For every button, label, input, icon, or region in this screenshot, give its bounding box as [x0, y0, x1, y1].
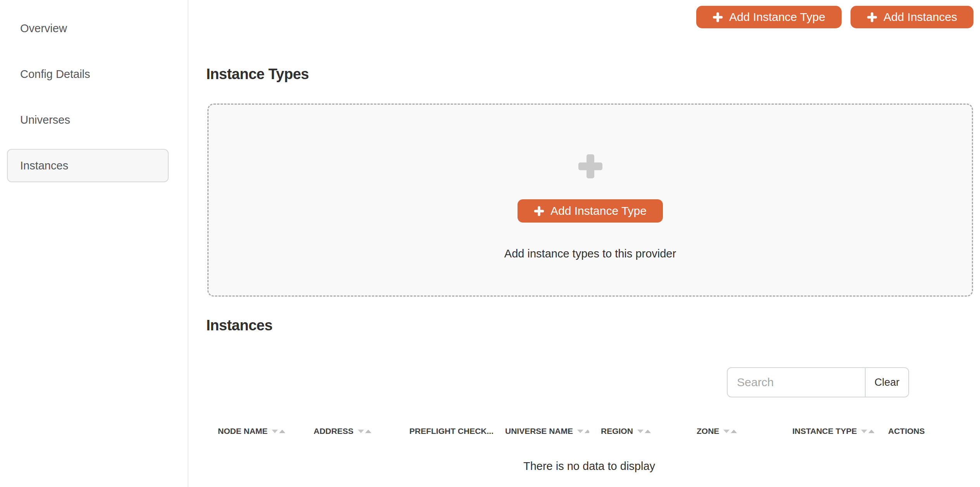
add-instance-type-button[interactable]: Add Instance Type: [696, 6, 842, 28]
column-label: ADDRESS: [314, 427, 354, 436]
sort-asc-icon: [731, 430, 737, 433]
table-empty-message: There is no data to display: [206, 460, 972, 473]
big-plus-icon: [578, 154, 602, 180]
search-group: Clear: [727, 367, 909, 397]
table-column-header-region[interactable]: REGION: [589, 419, 685, 444]
search-input[interactable]: [728, 368, 865, 397]
column-label: REGION: [601, 427, 633, 436]
table-column-header-universe-name[interactable]: UNIVERSE NAME: [493, 419, 589, 444]
sort-carets-icon: [723, 430, 737, 433]
sort-carets-icon: [637, 430, 651, 433]
column-label: INSTANCE TYPE: [792, 427, 857, 436]
plus-icon: [713, 12, 723, 22]
sidebar-item-instances[interactable]: Instances: [7, 149, 169, 182]
table-column-header-address[interactable]: ADDRESS: [302, 419, 398, 444]
sidebar-item-label: Overview: [20, 22, 67, 35]
sidebar-item-overview[interactable]: Overview: [7, 12, 169, 45]
main-content: Add Instance Type Add Instances Instance…: [189, 0, 980, 487]
instance-types-title: Instance Types: [206, 67, 309, 81]
sidebar: Overview Config Details Universes Instan…: [0, 0, 188, 487]
add-instances-button[interactable]: Add Instances: [851, 6, 973, 28]
table-column-header-preflight-check[interactable]: PREFLIGHT CHECK...: [398, 419, 493, 444]
sort-asc-icon: [585, 430, 589, 433]
add-instances-button-label: Add Instances: [883, 10, 957, 24]
top-actions: Add Instance Type Add Instances: [696, 6, 973, 28]
column-label: ACTIONS: [888, 427, 925, 436]
sort-carets-icon: [861, 430, 875, 433]
sidebar-item-config-details[interactable]: Config Details: [7, 57, 169, 91]
column-label: ZONE: [697, 427, 719, 436]
instances-title: Instances: [206, 318, 273, 333]
clear-search-button[interactable]: Clear: [865, 368, 908, 397]
sort-asc-icon: [645, 430, 651, 433]
column-label: PREFLIGHT CHECK...: [409, 427, 493, 436]
sidebar-item-label: Instances: [20, 159, 68, 172]
table-column-header-node-name[interactable]: NODE NAME: [206, 419, 302, 444]
empty-panel-hint: Add instance types to this provider: [504, 247, 676, 260]
sort-desc-icon: [272, 430, 278, 433]
plus-icon: [867, 12, 877, 22]
sort-asc-icon: [365, 430, 371, 433]
sidebar-nav: Overview Config Details Universes Instan…: [0, 12, 188, 182]
table-column-header-actions[interactable]: ACTIONS: [876, 419, 972, 444]
sidebar-item-universes[interactable]: Universes: [7, 103, 169, 136]
table-column-header-instance-type[interactable]: INSTANCE TYPE: [781, 419, 876, 444]
instance-types-empty-panel: Add Instance Type Add instance types to …: [207, 104, 973, 297]
sort-carets-icon: [358, 430, 371, 433]
instances-table-header: NODE NAME ADDRESS PREFLIGHT CHECK... UNI…: [206, 419, 972, 444]
sort-carets-icon: [272, 430, 285, 433]
table-column-header-zone[interactable]: ZONE: [685, 419, 781, 444]
sort-desc-icon: [577, 430, 583, 433]
plus-icon: [534, 206, 544, 216]
sidebar-item-label: Config Details: [20, 68, 90, 81]
sort-desc-icon: [358, 430, 364, 433]
sort-asc-icon: [868, 430, 875, 433]
column-label: NODE NAME: [218, 427, 267, 436]
sort-carets-icon: [577, 430, 589, 433]
panel-add-instance-type-button[interactable]: Add Instance Type: [518, 199, 663, 223]
sort-desc-icon: [637, 430, 644, 433]
add-instance-type-button-label: Add Instance Type: [729, 10, 825, 24]
sort-desc-icon: [861, 430, 867, 433]
column-label: UNIVERSE NAME: [505, 427, 573, 436]
panel-add-instance-type-button-label: Add Instance Type: [550, 204, 647, 218]
sidebar-item-label: Universes: [20, 114, 70, 126]
sort-asc-icon: [279, 430, 285, 433]
sort-desc-icon: [723, 430, 730, 433]
